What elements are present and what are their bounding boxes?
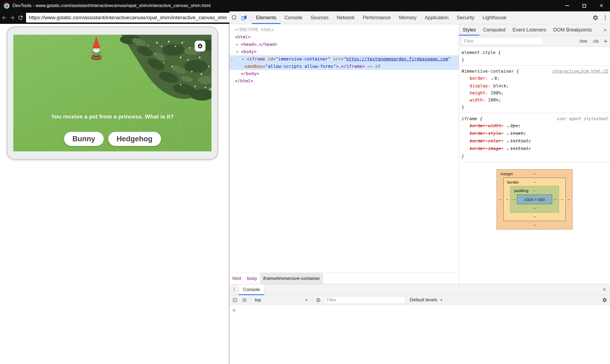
expand-arrow-icon[interactable]: ▶ — [242, 55, 244, 63]
dom-node[interactable]: </body> — [229, 70, 459, 77]
console-settings-button[interactable] — [601, 296, 608, 304]
css-property-value: initial; — [510, 138, 531, 143]
expand-arrow-icon[interactable]: ▶ — [506, 125, 510, 128]
drawer-menu-button[interactable] — [229, 284, 239, 295]
console-sidebar-toggle-button[interactable] — [231, 296, 238, 304]
sidebar-tab-computed[interactable]: Computed — [479, 24, 509, 36]
expand-arrow-icon[interactable]: ▶ — [236, 41, 238, 48]
forward-button[interactable] — [8, 11, 16, 24]
maximize-button[interactable] — [576, 0, 593, 11]
dom-node[interactable]: <!DOCTYPE html> — [229, 26, 459, 33]
box-model-border[interactable]: border−−−−padding−−−−1024 × 600 — [503, 178, 566, 221]
css-property[interactable]: display: block; — [462, 82, 608, 90]
console-toolbar: top ▼ Default levels ▼ — [229, 295, 610, 305]
clear-console-button[interactable] — [241, 296, 248, 304]
console-drawer-tab[interactable]: Console — [239, 284, 264, 295]
url-input[interactable] — [26, 13, 229, 23]
box-model-padding[interactable]: padding−−−−1024 × 600 — [510, 186, 559, 213]
sidebar-tab-dom-breakpoints[interactable]: DOM Breakpoints — [550, 24, 595, 36]
sidebar-tab-event-listeners[interactable]: Event Listeners — [509, 24, 550, 36]
code-token: </body> — [241, 71, 259, 76]
breadcrumb-body[interactable]: body — [244, 273, 260, 284]
code-token: … — [257, 42, 259, 47]
rule-selector[interactable]: element.style — [462, 50, 495, 55]
tab-performance[interactable]: Performance — [359, 11, 395, 24]
tab-lighthouse[interactable]: Lighthouse — [478, 11, 510, 24]
css-property[interactable]: border-width: ▶2px; — [462, 122, 608, 130]
tab-application[interactable]: Application — [421, 11, 453, 24]
devtools-settings-button[interactable] — [590, 11, 600, 24]
eye-icon — [316, 298, 321, 303]
code-token: id — [265, 56, 273, 62]
devtools-tab-strip: ElementsConsoleSourcesNetworkPerformance… — [252, 11, 510, 24]
new-style-rule-button[interactable]: + — [603, 38, 608, 44]
sidebar-tab-styles[interactable]: Styles — [459, 24, 479, 36]
dom-node-selected[interactable]: …▶<iframe id="immersive-container" src="… — [229, 55, 459, 70]
tab-console[interactable]: Console — [280, 11, 306, 24]
css-property[interactable]: border-style: ▶inset; — [462, 130, 608, 138]
elements-tree-panel: <!DOCTYPE html><html>▶<head>…</head>▼<bo… — [229, 24, 459, 273]
console-prompt-row[interactable]: > — [229, 305, 610, 315]
box-model-content[interactable]: 1024 × 600 — [517, 194, 552, 204]
rule-selector[interactable]: iframe — [462, 116, 477, 121]
choice-button-bunny[interactable]: Bunny — [64, 132, 104, 146]
sidebar-tab-bar: StylesComputedEvent ListenersDOM Breakpo… — [459, 24, 610, 36]
stylesheet-source-link[interactable]: interactive…him.html:15 — [552, 68, 608, 75]
rule-selector[interactable]: #immersive-container — [462, 69, 514, 74]
tab-sources[interactable]: Sources — [306, 11, 333, 24]
code-token: = — [341, 56, 344, 62]
box-model-margin[interactable]: margin−−−−border−−−−padding−−−−1024 × 60… — [497, 169, 573, 229]
css-property[interactable]: height: 100%; — [462, 90, 608, 97]
collapse-arrow-icon[interactable]: ▼ — [236, 48, 238, 55]
choice-button-hedgehog[interactable]: Hedgehog — [108, 132, 161, 146]
back-button[interactable] — [0, 11, 8, 24]
expand-arrow-icon[interactable]: ▶ — [506, 132, 510, 135]
css-property[interactable]: width: 100%; — [462, 97, 608, 104]
hedge-illustration — [88, 35, 211, 108]
code-token: <head> — [241, 42, 257, 47]
toggle-classes-button[interactable]: .cls — [592, 39, 599, 44]
tab-memory[interactable]: Memory — [395, 11, 421, 24]
dom-node[interactable]: </html> — [229, 77, 459, 85]
gear-icon — [197, 43, 203, 49]
game-settings-button[interactable] — [195, 41, 206, 52]
dom-node[interactable]: ▼<body> — [229, 48, 459, 55]
tab-security[interactable]: Security — [453, 11, 478, 24]
css-property[interactable]: border-color: ▶initial; — [462, 138, 608, 145]
css-property[interactable]: border-image: ▶initial; — [462, 145, 608, 153]
minimize-button[interactable] — [559, 0, 576, 11]
css-property-name: height: — [470, 90, 488, 95]
dom-line: <html> — [229, 33, 459, 41]
code-token: </iframe> — [341, 64, 365, 69]
live-expression-button[interactable] — [315, 296, 322, 304]
tab-network[interactable]: Network — [333, 11, 359, 24]
tab-elements[interactable]: Elements — [252, 11, 280, 24]
breadcrumb-html[interactable]: html — [229, 273, 244, 284]
expand-arrow-icon[interactable]: ▶ — [491, 77, 494, 80]
close-button[interactable]: × — [593, 0, 610, 11]
inspect-element-button[interactable] — [229, 11, 239, 24]
box-model-value: − — [561, 197, 563, 202]
expand-arrow-icon[interactable]: ▶ — [506, 140, 510, 143]
devtools-menu-button[interactable] — [600, 11, 610, 24]
toggle-hover-state-button[interactable]: :hov — [579, 39, 587, 44]
css-property-name: width: — [470, 97, 485, 103]
log-levels-selector[interactable]: Default levels ▼ — [408, 297, 444, 303]
dom-node[interactable]: ▶<head>…</head> — [229, 41, 459, 48]
console-filter-input[interactable] — [324, 296, 406, 304]
styles-filter-input[interactable] — [462, 37, 543, 45]
execution-context-selector[interactable]: top ▼ — [253, 297, 309, 303]
box-model-label: border — [507, 180, 519, 184]
breadcrumb-iframe-immersive-container[interactable]: iframe#immersive-container — [260, 273, 323, 284]
code-token: <html> — [235, 34, 251, 40]
css-property[interactable]: border: ▶0; — [462, 75, 608, 82]
expand-arrow-icon[interactable]: ▶ — [506, 148, 510, 151]
dom-attribute-link[interactable]: https://testgnomegarden.firebaseapp.com — [346, 56, 448, 62]
rule-header: element.style { — [462, 49, 608, 56]
styles-sidebar: StylesComputedEvent ListenersDOM Breakpo… — [459, 24, 610, 284]
device-toolbar-button[interactable] — [239, 11, 249, 24]
close-drawer-button[interactable]: × — [599, 284, 610, 295]
dom-node[interactable]: <html> — [229, 33, 459, 41]
more-tabs-button[interactable]: » — [600, 27, 610, 33]
reload-button[interactable] — [16, 11, 24, 24]
